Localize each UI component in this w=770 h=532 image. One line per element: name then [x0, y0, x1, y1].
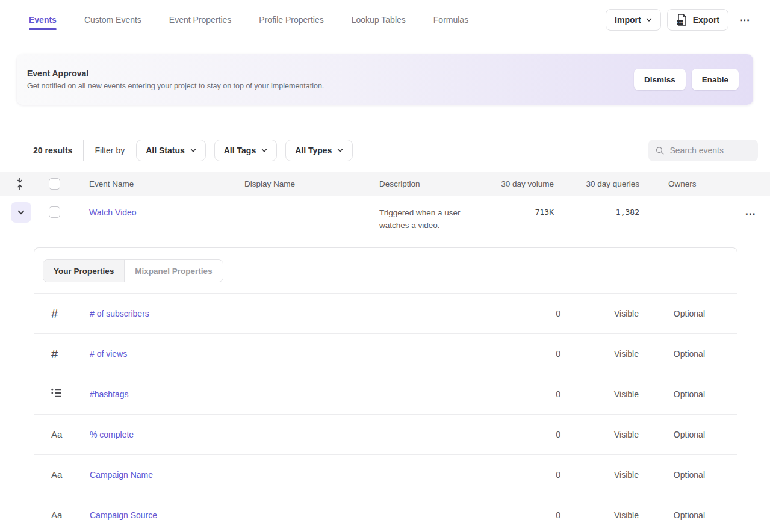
property-row: # # of views 0 Visible Optional	[34, 334, 737, 374]
divider	[83, 140, 84, 161]
row-more-menu-button[interactable]: ⋯	[741, 204, 762, 224]
column-header-volume: 30 day volume	[479, 179, 554, 188]
property-value: 0	[488, 470, 560, 480]
property-name-link[interactable]: # of subscribers	[90, 309, 488, 318]
nav-more-menu-button[interactable]: ⋯	[734, 10, 756, 30]
types-filter-dropdown[interactable]: All Types	[285, 140, 353, 161]
filter-toolbar: 20 results Filter by All Status All Tags…	[0, 140, 770, 161]
column-header-event-name: Event Name	[75, 179, 230, 188]
column-header-queries: 30 day queries	[554, 179, 639, 188]
event-description: Triggered when a user watches a video.	[365, 196, 472, 232]
status-filter-dropdown[interactable]: All Status	[136, 140, 206, 161]
import-button[interactable]: Import	[606, 9, 661, 31]
column-header-owners: Owners	[639, 179, 731, 188]
table-row-watch-video: Watch Video Triggered when a user watche…	[0, 196, 770, 242]
top-navigation: Events Custom Events Event Properties Pr…	[0, 0, 770, 40]
chevron-down-icon	[646, 17, 652, 23]
banner-title: Event Approval	[27, 69, 324, 78]
property-requirement: Optional	[639, 430, 705, 439]
list-type-icon	[51, 388, 62, 398]
property-row: Aa % complete 0 Visible Optional	[34, 415, 737, 455]
property-requirement: Optional	[639, 349, 705, 359]
number-type-icon: #	[51, 307, 58, 320]
types-filter-label: All Types	[295, 146, 332, 155]
export-button[interactable]: csv Export	[667, 9, 728, 31]
event-name-link[interactable]: Watch Video	[75, 196, 230, 217]
results-count: 20 results	[33, 146, 72, 155]
collapse-all-icon[interactable]	[16, 177, 24, 190]
tab-mixpanel-properties[interactable]: Mixpanel Properties	[124, 260, 222, 282]
property-visibility: Visible	[560, 389, 639, 399]
event-queries-value: 1,382	[554, 196, 639, 217]
property-name-link[interactable]: Campaign Name	[90, 470, 488, 480]
events-table-header: Event Name Display Name Description 30 d…	[0, 172, 770, 196]
properties-panel: Your Properties Mixpanel Properties # # …	[34, 247, 737, 532]
property-visibility: Visible	[560, 309, 639, 318]
tab-event-properties[interactable]: Event Properties	[169, 0, 232, 40]
tab-profile-properties[interactable]: Profile Properties	[259, 0, 323, 40]
export-button-label: Export	[693, 15, 719, 25]
event-volume-value: 713K	[479, 196, 554, 217]
property-value: 0	[488, 389, 560, 399]
search-events-input[interactable]	[669, 146, 751, 155]
column-header-display-name: Display Name	[230, 179, 365, 188]
svg-text:csv: csv	[677, 20, 683, 24]
event-approval-banner: Event Approval Get notified on all new e…	[17, 54, 753, 105]
property-name-link[interactable]: #hashtags	[90, 389, 488, 399]
row-checkbox[interactable]	[49, 206, 60, 218]
text-type-icon: Aa	[51, 469, 62, 480]
tab-events[interactable]: Events	[29, 0, 57, 40]
chevron-down-icon	[337, 147, 343, 153]
search-events-box	[648, 140, 758, 161]
enable-button[interactable]: Enable	[692, 69, 739, 90]
nav-tabs: Events Custom Events Event Properties Pr…	[29, 0, 468, 40]
tab-your-properties[interactable]: Your Properties	[43, 260, 124, 282]
status-filter-label: All Status	[146, 146, 185, 155]
text-type-icon: Aa	[51, 510, 62, 520]
csv-file-icon: csv	[676, 13, 688, 26]
row-expander-button[interactable]	[11, 202, 31, 223]
tab-formulas[interactable]: Formulas	[433, 0, 468, 40]
property-value: 0	[488, 510, 560, 520]
property-value: 0	[488, 430, 560, 439]
properties-tab-group: Your Properties Mixpanel Properties	[43, 259, 223, 282]
property-row: # # of subscribers 0 Visible Optional	[34, 294, 737, 334]
property-value: 0	[488, 309, 560, 318]
search-icon	[656, 146, 664, 156]
select-all-checkbox[interactable]	[49, 178, 60, 190]
property-value: 0	[488, 349, 560, 359]
chevron-down-icon	[17, 209, 25, 216]
property-requirement: Optional	[639, 309, 705, 318]
import-button-label: Import	[615, 15, 641, 25]
property-requirement: Optional	[639, 389, 705, 399]
property-name-link[interactable]: Campaign Source	[90, 510, 488, 520]
banner-description: Get notified on all new events entering …	[27, 82, 324, 90]
tab-custom-events[interactable]: Custom Events	[84, 0, 141, 40]
property-row: #hashtags 0 Visible Optional	[34, 374, 737, 415]
property-requirement: Optional	[639, 510, 705, 520]
filter-by-label: Filter by	[95, 146, 125, 155]
chevron-down-icon	[261, 147, 267, 153]
column-header-description: Description	[365, 179, 479, 188]
property-row: Aa Campaign Name 0 Visible Optional	[34, 455, 737, 495]
tab-lookup-tables[interactable]: Lookup Tables	[352, 0, 406, 40]
property-row: Aa Campaign Source 0 Visible Optional	[34, 495, 737, 532]
text-type-icon: Aa	[51, 429, 62, 439]
number-type-icon: #	[51, 347, 58, 360]
tags-filter-dropdown[interactable]: All Tags	[214, 140, 277, 161]
property-visibility: Visible	[560, 430, 639, 439]
property-visibility: Visible	[560, 510, 639, 520]
chevron-down-icon	[190, 147, 196, 153]
property-name-link[interactable]: % complete	[90, 430, 488, 439]
property-name-link[interactable]: # of views	[90, 349, 488, 359]
property-visibility: Visible	[560, 349, 639, 359]
property-visibility: Visible	[560, 470, 639, 480]
dismiss-button[interactable]: Dismiss	[634, 69, 686, 90]
tags-filter-label: All Tags	[224, 146, 256, 155]
property-requirement: Optional	[639, 470, 705, 480]
